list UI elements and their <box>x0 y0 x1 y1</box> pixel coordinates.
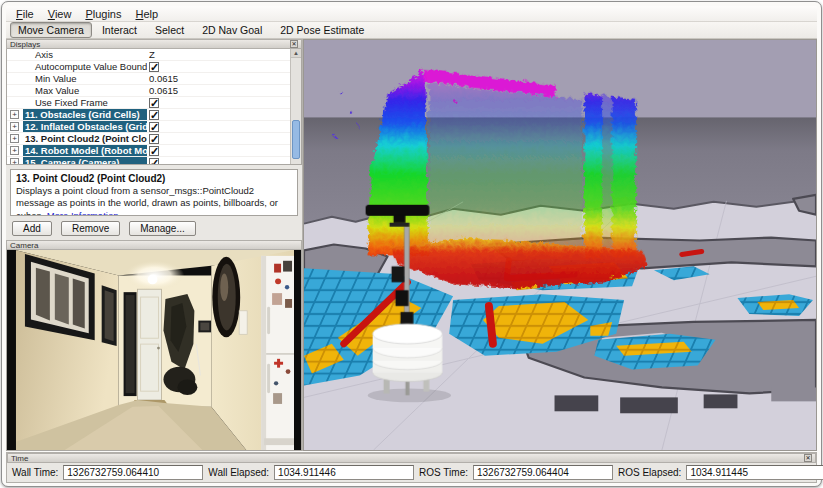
displays-panel-title: Displays <box>10 40 40 49</box>
ros-elapsed-label: ROS Elapsed: <box>618 467 681 478</box>
camera-image-panel[interactable] <box>6 250 302 451</box>
tool-2d-nav-goal[interactable]: 2D Nav Goal <box>194 22 270 38</box>
property-label: Use Fixed Frame <box>33 97 147 108</box>
hall-door <box>138 289 162 400</box>
wall-elapsed-label: Wall Elapsed: <box>208 467 269 478</box>
property-label: Axis <box>33 49 147 60</box>
scroll-up-icon[interactable]: ▲ <box>291 49 301 58</box>
3d-viewport[interactable] <box>303 39 817 451</box>
checkbox[interactable] <box>149 146 159 156</box>
expander-icon[interactable]: + <box>10 122 19 131</box>
checkbox[interactable] <box>149 98 159 108</box>
property-row-autocompute[interactable]: Autocompute Value Bounds <box>7 61 290 73</box>
time-panel-title: Time <box>11 454 28 463</box>
property-row-min-value[interactable]: Min Value 0.0615 <box>7 73 290 85</box>
manage-button[interactable]: Manage... <box>129 221 195 236</box>
wall-time-input[interactable] <box>63 465 203 480</box>
display-label[interactable]: 15. Camera (Camera) <box>23 157 147 165</box>
expander-icon[interactable]: + <box>10 146 19 155</box>
remove-button[interactable]: Remove <box>61 221 120 236</box>
expander-icon[interactable]: + <box>10 158 19 165</box>
menu-plugins[interactable]: Plugins <box>79 8 127 20</box>
checkbox[interactable] <box>149 134 159 144</box>
property-row-use-fixed-frame[interactable]: Use Fixed Frame <box>7 97 290 109</box>
expander-icon[interactable]: + <box>10 134 19 143</box>
display-row-inflated-obstacles[interactable]: + 12. Inflated Obstacles (Grid Cells) <box>7 121 290 133</box>
ros-elapsed-input[interactable] <box>686 465 823 480</box>
wall-elapsed-input[interactable] <box>274 465 414 480</box>
display-enabled <box>147 110 290 120</box>
add-button[interactable]: Add <box>12 221 52 236</box>
tool-2d-pose-estimate[interactable]: 2D Pose Estimate <box>272 22 372 38</box>
kinect-sensor <box>366 205 430 216</box>
display-label[interactable]: 12. Inflated Obstacles (Grid Cells) <box>23 121 147 132</box>
tree-scrollbar[interactable]: ▲ <box>290 49 301 164</box>
refrigerator <box>261 256 294 450</box>
property-row-max-value[interactable]: Max Value 0.0615 <box>7 85 290 97</box>
display-row-point-cloud2[interactable]: + 13. Point Cloud2 (Point Cloud2) <box>7 133 290 145</box>
property-label: Autocompute Value Bounds <box>33 61 147 72</box>
property-value[interactable]: Z <box>147 49 290 60</box>
close-icon[interactable]: ✕ <box>804 454 812 462</box>
menu-bar: File View Plugins Help <box>6 6 817 22</box>
checkbox[interactable] <box>149 62 159 72</box>
time-panel: Time ✕ Wall Time: Wall Elapsed: ROS Time… <box>6 452 817 483</box>
menu-file[interactable]: File <box>10 8 40 20</box>
property-value[interactable]: 0.0615 <box>147 85 290 96</box>
checkbox[interactable] <box>149 122 159 132</box>
tool-interact[interactable]: Interact <box>94 22 145 38</box>
scrollbar-thumb[interactable] <box>292 120 300 159</box>
display-enabled <box>147 134 290 144</box>
property-value <box>147 62 290 72</box>
wall-time-label: Wall Time: <box>12 467 58 478</box>
menu-help[interactable]: Help <box>130 8 165 20</box>
camera-panel-title: Camera <box>10 241 38 250</box>
displays-panel-header[interactable]: Displays ✕ <box>6 39 302 49</box>
display-row-obstacles[interactable]: + 11. Obstacles (Grid Cells) <box>7 109 290 121</box>
display-label[interactable]: 13. Point Cloud2 (Point Cloud2) <box>23 133 147 144</box>
property-value[interactable]: 0.0615 <box>147 73 290 84</box>
camera-hallway-image <box>7 250 301 450</box>
checkbox[interactable] <box>149 110 159 120</box>
checkbox[interactable] <box>149 158 159 166</box>
displays-tree: Axis Z Autocompute Value Bounds Min Valu… <box>6 49 302 165</box>
camera-panel-header[interactable]: Camera <box>6 240 302 250</box>
display-enabled <box>147 146 290 156</box>
display-row-camera[interactable]: + 15. Camera (Camera) <box>7 157 290 165</box>
property-row-axis[interactable]: Axis Z <box>7 49 290 61</box>
property-label: Min Value <box>33 73 147 84</box>
expander-icon[interactable]: + <box>10 110 19 119</box>
rviz-window: File View Plugins Help Move Camera Inter… <box>1 1 822 487</box>
display-label[interactable]: 11. Obstacles (Grid Cells) <box>23 109 147 120</box>
display-actions: Add Remove Manage... <box>6 219 302 237</box>
tool-select[interactable]: Select <box>147 22 192 38</box>
description-body: Displays a point cloud from a sensor_msg… <box>16 185 292 216</box>
time-panel-header[interactable]: Time ✕ <box>7 453 816 463</box>
display-enabled <box>147 122 290 132</box>
description-panel: 13. Point Cloud2 (Point Cloud2) Displays… <box>10 169 298 216</box>
round-mirror <box>212 257 240 337</box>
display-row-robot-model[interactable]: + 14. Robot Model (Robot Model) <box>7 145 290 157</box>
property-label: Max Value <box>33 85 147 96</box>
tool-bar: Move Camera Interact Select 2D Nav Goal … <box>6 22 817 39</box>
property-value <box>147 98 290 108</box>
ros-time-input[interactable] <box>473 465 613 480</box>
left-panel-column: Displays ✕ Axis Z Autocompute Value Boun… <box>6 39 303 451</box>
description-title: 13. Point Cloud2 (Point Cloud2) <box>16 173 292 184</box>
display-label[interactable]: 14. Robot Model (Robot Model) <box>23 145 147 156</box>
3d-scene <box>304 40 816 450</box>
light-switch <box>239 311 247 335</box>
display-enabled <box>147 158 290 166</box>
ros-time-label: ROS Time: <box>419 467 468 478</box>
menu-view[interactable]: View <box>42 8 78 20</box>
close-icon[interactable]: ✕ <box>290 40 298 48</box>
tool-move-camera[interactable]: Move Camera <box>10 22 92 38</box>
